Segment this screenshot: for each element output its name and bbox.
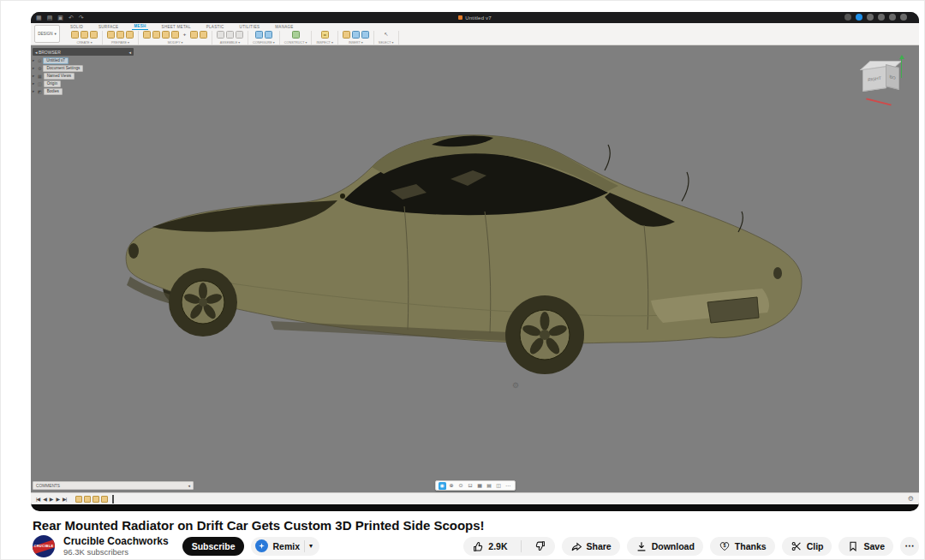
tool-group-prepare: PREPARE ▾ [103, 31, 139, 45]
tab-solid[interactable]: SOLID [69, 24, 85, 30]
chevron-down-icon[interactable]: ▾ [309, 542, 313, 550]
comments-expand-icon[interactable]: ◂ [188, 484, 190, 488]
tree-item-untitled-v7[interactable]: ▸⊙Untitled v7 [33, 57, 134, 64]
nav-tool-icon-0[interactable]: ◉ [439, 482, 446, 490]
expand-arrow-icon[interactable]: ▸ [33, 58, 36, 63]
timeline-feature-icon[interactable] [84, 496, 91, 503]
viewcube-front-face[interactable]: RIGHT [862, 66, 886, 92]
view-cube[interactable]: RIGHT BO [857, 56, 907, 104]
channel-avatar[interactable]: CRUCIBLE [33, 535, 55, 557]
tan-tool-icon[interactable] [152, 31, 160, 39]
expand-arrow-icon[interactable]: ▸ [33, 89, 36, 93]
subscribe-button[interactable]: Subscribe [182, 537, 245, 556]
tool-group-select: ↖SELECT ▾ [374, 31, 399, 45]
comments-panel-tab[interactable]: COMMENTS ◂ [33, 481, 194, 490]
expand-arrow-icon[interactable]: ▸ [33, 74, 36, 78]
timeline-gear-icon[interactable]: ⚙ [908, 495, 914, 503]
gray-tool-icon[interactable] [217, 31, 224, 39]
timeline-feature-icon[interactable] [92, 496, 99, 503]
video-player[interactable]: ▦▤▣↶↷ Untitled v7 DESIGN ▾ SOLIDSURFACEM… [31, 12, 919, 511]
avatar-text: CRUCIBLE [33, 544, 55, 548]
collapse-icon[interactable]: ◂ [35, 50, 38, 55]
tan-tool-icon[interactable] [116, 31, 124, 39]
timeline-feature-icon[interactable] [75, 496, 82, 503]
tan-tool-icon[interactable] [107, 31, 115, 39]
account-icon[interactable] [844, 14, 851, 21]
tree-item-origin[interactable]: ▸◫Origin [33, 80, 134, 87]
tan-tool-icon[interactable] [81, 31, 88, 39]
browser-panel: ◂ BROWSER ◂ ▸⊙Untitled v7▸⚙Document Sett… [33, 48, 134, 95]
nav-tool-icon-3[interactable]: ⊡ [467, 482, 474, 490]
tab-sheet-metal[interactable]: SHEET METAL [160, 24, 193, 30]
clip-button[interactable]: Clip [782, 537, 832, 556]
timeline-feature-icon[interactable] [101, 496, 108, 503]
panel-arrow-icon[interactable]: ◂ [128, 50, 131, 55]
account-icon[interactable] [889, 14, 896, 21]
tab-mesh[interactable]: MESH [132, 23, 147, 30]
nav-tool-icon-4[interactable]: ▦ [476, 482, 484, 490]
tool-group-label: MODIFY ▾ [168, 40, 183, 45]
tan-tool-icon[interactable] [143, 31, 151, 39]
tan-tool-icon[interactable] [90, 31, 98, 39]
tan-tool-icon[interactable] [171, 31, 179, 39]
tan-tool-icon[interactable] [200, 31, 207, 39]
account-icon[interactable] [867, 14, 874, 21]
playback-control-4[interactable]: ▶| [63, 496, 66, 502]
nav-tool-icon-6[interactable]: ◫ [495, 482, 503, 490]
rear-wheel [505, 295, 584, 374]
expand-arrow-icon[interactable]: ▸ [33, 66, 36, 70]
download-button[interactable]: Download [627, 537, 703, 556]
playback-control-3[interactable]: ▶ [56, 496, 59, 502]
more-actions-button[interactable]: ⋯ [900, 537, 919, 556]
tree-item-document-settings[interactable]: ▸⚙Document Settings [33, 65, 134, 72]
tan-tool-icon[interactable] [162, 31, 170, 39]
blue-tool-icon[interactable] [255, 31, 263, 39]
plus-tool-icon[interactable]: + [181, 31, 188, 39]
gray-tool-icon[interactable] [236, 31, 243, 39]
playback-control-2[interactable]: ▶ [50, 496, 53, 502]
tree-item-bodies[interactable]: ▸◩Bodies [33, 88, 134, 95]
tab-utilities[interactable]: UTILITIES [238, 24, 262, 30]
tree-item-named-views[interactable]: ▸▦Named Views [33, 73, 134, 80]
playback-control-0[interactable]: |◀ [36, 496, 39, 502]
blue-tool-icon[interactable] [361, 31, 369, 39]
like-button[interactable]: 2.9K [463, 537, 516, 556]
thanks-button[interactable]: $ Thanks [710, 537, 775, 556]
channel-name[interactable]: Crucible Coachworks [63, 536, 169, 547]
nav-tool-icon-7[interactable]: ⋯ [504, 482, 512, 490]
nav-tool-icon-5[interactable]: ▤ [486, 482, 493, 490]
browser-header[interactable]: ◂ BROWSER ◂ [33, 48, 134, 56]
cursor-tool-icon[interactable]: ↖ [382, 31, 390, 39]
playback-control-1[interactable]: ◀ [43, 496, 46, 502]
save-button[interactable]: Save [838, 537, 893, 556]
share-button[interactable]: Share [562, 537, 620, 556]
blue-tool-icon[interactable] [265, 31, 272, 39]
nav-tool-icon-2[interactable]: ⊙ [457, 482, 465, 490]
meas-tool-icon[interactable]: = [321, 31, 329, 39]
blue-tool-icon[interactable] [352, 31, 360, 39]
viewport-canvas[interactable]: ◂ BROWSER ◂ ▸⊙Untitled v7▸⚙Document Sett… [31, 45, 919, 492]
viewcube-side-face[interactable]: BO [886, 64, 899, 90]
account-icon[interactable] [878, 14, 885, 21]
timeline-marker[interactable] [112, 495, 114, 503]
tree-item-label: Document Settings [43, 65, 83, 72]
design-menu[interactable]: DESIGN ▾ [34, 25, 60, 43]
dislike-button[interactable] [526, 537, 555, 556]
account-icon[interactable] [900, 14, 907, 21]
nav-tool-icon-1[interactable]: ⊕ [448, 482, 456, 490]
car-mesh-model [82, 97, 853, 422]
tab-plastic[interactable]: PLASTIC [205, 24, 226, 30]
thumbs-up-icon [472, 540, 484, 552]
tan-tool-icon[interactable] [71, 31, 79, 39]
green-tool-icon[interactable] [292, 31, 300, 39]
tab-manage[interactable]: MANAGE [273, 24, 295, 30]
tan-tool-icon[interactable] [190, 31, 198, 39]
channel-info[interactable]: Crucible Coachworks 96.3K subscribers [63, 536, 169, 557]
gray-tool-icon[interactable] [226, 31, 234, 39]
expand-arrow-icon[interactable]: ▸ [33, 81, 36, 86]
notification-icon[interactable] [856, 14, 862, 21]
tan-tool-icon[interactable] [343, 31, 350, 39]
tan-tool-icon[interactable] [126, 31, 134, 39]
remix-button[interactable]: Remix ▾ [251, 537, 319, 556]
tab-surface[interactable]: SURFACE [97, 24, 120, 30]
